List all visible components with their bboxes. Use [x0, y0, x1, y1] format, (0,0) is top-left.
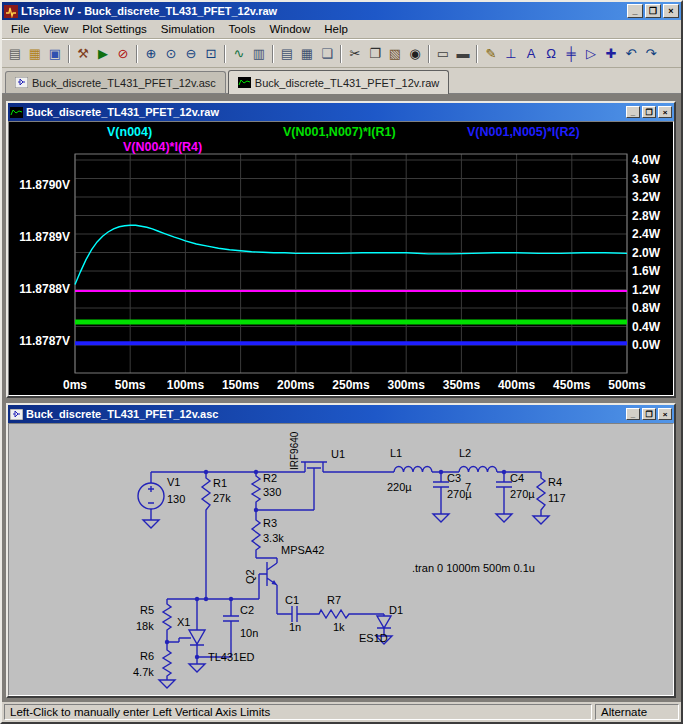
component-l2-inductor[interactable] [459, 466, 497, 472]
trace-label-vn004[interactable]: V(n004) [107, 125, 152, 139]
ground-symbol[interactable] [533, 516, 549, 524]
waveform-restore-button[interactable]: ❐ [642, 106, 656, 118]
ground-symbol[interactable] [433, 514, 449, 522]
toolbar-tile-horizontal-icon[interactable]: ▦ [297, 44, 317, 64]
r4-value-label: 117 [548, 492, 566, 504]
toolbar-resistor-icon[interactable]: Ω [541, 44, 561, 64]
toolbar-cascade-icon[interactable]: ❏ [317, 44, 337, 64]
trace-label-power-r4[interactable]: V(N004)*I(R4) [123, 140, 202, 154]
component-r7-resistor[interactable] [314, 610, 354, 618]
svg-text:350ms: 350ms [443, 378, 481, 392]
toolbar-print-icon[interactable]: ▬ [453, 44, 473, 64]
toolbar-separator [224, 45, 226, 63]
toolbar-redo-icon[interactable]: ↷ [641, 44, 661, 64]
app-icon [4, 5, 18, 18]
component-c2-capacitor[interactable] [223, 616, 239, 621]
toolbar-run-icon[interactable]: ▶ [93, 44, 113, 64]
menu-simulation[interactable]: Simulation [154, 22, 222, 36]
schematic-minimize-button[interactable]: _ [626, 408, 640, 420]
toolbar-diode-icon[interactable]: ▷ [581, 44, 601, 64]
schematic-canvas[interactable]: V1 130 R1 27k R2 330 R3 3.3k U1 IRF9640 … [9, 424, 673, 695]
toolbar-halt-icon[interactable]: ⊘ [113, 44, 133, 64]
toolbar-print-preview-icon[interactable]: ▭ [433, 44, 453, 64]
r5-value-label: 18k [136, 620, 154, 632]
schematic-close-button[interactable]: × [658, 408, 672, 420]
toolbar-copy-icon[interactable]: ❐ [365, 44, 385, 64]
component-c1-capacitor[interactable] [292, 606, 297, 622]
ground-symbol[interactable] [159, 680, 175, 688]
l1-ref-label: L1 [390, 447, 402, 459]
menu-tools[interactable]: Tools [222, 22, 263, 36]
toolbar-label-icon[interactable]: A [521, 44, 541, 64]
tab-waveform-raw[interactable]: Buck_discrete_TL431_PFET_12v.raw [228, 70, 449, 94]
minimize-button[interactable]: _ [627, 4, 643, 18]
toolbar-paste-icon[interactable]: ▧ [385, 44, 405, 64]
r6-ref-label: R6 [140, 650, 154, 662]
component-r5-resistor[interactable] [163, 599, 171, 638]
status-bar: Left-Click to manually enter Left Vertic… [2, 702, 681, 722]
toolbar-cut-icon[interactable]: ✂ [345, 44, 365, 64]
waveform-plot-area[interactable]: V(n004) V(N001,N007)*I(R1) V(N001,N005)*… [9, 122, 673, 395]
toolbar-open-folder-icon[interactable]: ▦ [25, 44, 45, 64]
waveform-minimize-button[interactable]: _ [626, 106, 640, 118]
schematic-restore-button[interactable]: ❐ [642, 408, 656, 420]
r2-ref-label: R2 [263, 472, 277, 484]
waveform-close-button[interactable]: × [658, 106, 672, 118]
svg-text:200ms: 200ms [277, 378, 315, 392]
restore-button[interactable]: ❐ [645, 4, 661, 18]
schematic-window: Buck_discrete_TL431_PFET_12v.asc _ ❐ × [6, 403, 676, 698]
trace-label-power-r2[interactable]: V(N001,N005)*I(R2) [467, 125, 580, 139]
menu-help[interactable]: Help [317, 22, 355, 36]
toolbar-autorange-icon[interactable]: ∿ [229, 44, 249, 64]
menu-file[interactable]: File [4, 22, 37, 36]
toolbar-tile-vertical-icon[interactable]: ▤ [277, 44, 297, 64]
toolbar-move-icon[interactable]: ✚ [601, 44, 621, 64]
component-l1-inductor[interactable] [394, 466, 432, 472]
toolbar-zoom-full-icon[interactable]: ⊡ [201, 44, 221, 64]
component-x1-tl431[interactable] [189, 630, 205, 645]
ground-symbol[interactable] [496, 514, 512, 522]
ground-symbol[interactable] [189, 664, 205, 672]
c2-ref-label: C2 [240, 604, 254, 616]
toolbar-capacitor-icon[interactable]: ╪ [561, 44, 581, 64]
q2-ref-label: Q2 [244, 569, 256, 584]
r1-ref-label: R1 [213, 477, 227, 489]
toolbar-new-schematic-icon[interactable]: ▤ [5, 44, 25, 64]
menu-plot-settings[interactable]: Plot Settings [75, 22, 154, 36]
tab-schematic-label: Buck_discrete_TL431_PFET_12v.asc [32, 77, 216, 89]
toolbar-save-icon[interactable]: ▣ [45, 44, 65, 64]
component-r2-resistor[interactable] [252, 472, 260, 506]
component-r1-resistor[interactable] [202, 472, 210, 516]
component-q2-transistor[interactable] [267, 562, 277, 586]
toolbar-zoom-in-icon[interactable]: ⊕ [141, 44, 161, 64]
toolbar-undo-icon[interactable]: ↶ [621, 44, 641, 64]
close-button[interactable]: × [663, 4, 679, 18]
toolbar-find-icon[interactable]: ◉ [405, 44, 425, 64]
svg-text:0.0W: 0.0W [632, 338, 661, 352]
schematic-window-titlebar[interactable]: Buck_discrete_TL431_PFET_12v.asc _ ❐ × [8, 405, 674, 423]
waveform-plot[interactable]: 0ms50ms100ms150ms200ms250ms300ms350ms400… [9, 122, 670, 394]
component-v1-source[interactable] [138, 483, 164, 509]
toolbar-zoom-out-icon[interactable]: ⊖ [181, 44, 201, 64]
component-r4-resistor[interactable] [537, 472, 545, 516]
titlebar[interactable]: LTspice IV - Buck_discrete_TL431_PFET_12… [2, 2, 681, 20]
svg-text:11.8788V: 11.8788V [19, 282, 70, 296]
tab-schematic-asc[interactable]: Buck_discrete_TL431_PFET_12v.asc [5, 71, 226, 93]
toolbar-wire-icon[interactable]: ✎ [481, 44, 501, 64]
component-r6-resistor[interactable] [163, 646, 171, 680]
menu-window[interactable]: Window [262, 22, 317, 36]
d1-ref-label: D1 [389, 604, 403, 616]
ground-symbol[interactable] [143, 520, 159, 528]
toolbar-control-panel-icon[interactable]: ⚒ [73, 44, 93, 64]
component-r3-resistor[interactable] [252, 516, 260, 554]
waveform-window-titlebar[interactable]: Buck_discrete_TL431_PFET_12v.raw _ ❐ × [8, 103, 674, 121]
toolbar-plot-settings-icon[interactable]: ▥ [249, 44, 269, 64]
toolbar-zoom-back-icon[interactable]: ⊙ [161, 44, 181, 64]
trace-label-power-r1[interactable]: V(N001,N007)*I(R1) [283, 125, 396, 139]
spice-directive[interactable]: .tran 0 1000m 500m 0.1u [412, 562, 535, 574]
mdi-area: Buck_discrete_TL431_PFET_12v.raw _ ❐ × V… [2, 94, 681, 702]
toolbar-ground-icon[interactable]: ⊥ [501, 44, 521, 64]
window-title: LTspice IV - Buck_discrete_TL431_PFET_12… [21, 5, 624, 17]
menu-view[interactable]: View [37, 22, 76, 36]
component-d1-diode[interactable] [377, 616, 391, 628]
